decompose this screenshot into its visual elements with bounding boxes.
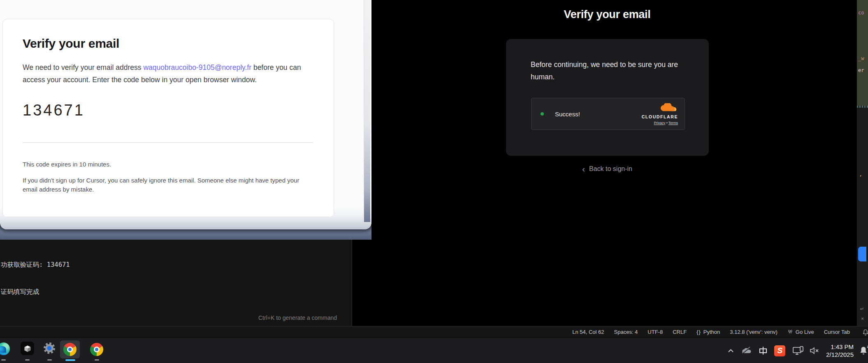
cloudflare-wordmark: CLOUDFLARE xyxy=(642,114,678,119)
volume-muted-icon[interactable] xyxy=(809,347,820,355)
terminal-panel[interactable]: 功获取验证码: 134671 证码填写完成 在处理 Turnstile 验证..… xyxy=(0,240,352,326)
status-bar: Ln 54, Col 62 Spaces: 4 UTF-8 CRLF {}Pyt… xyxy=(0,326,868,338)
legal-separator: • xyxy=(666,121,668,125)
code-selection-fragment xyxy=(857,0,868,106)
taskbar-clock[interactable]: 1:43 PM 2/12/2025 xyxy=(826,343,854,358)
braces-icon: {} xyxy=(696,329,701,335)
terminal-hint: Ctrl+K to generate a command xyxy=(258,314,337,321)
language-mode-indicator[interactable]: {}Python xyxy=(696,329,720,335)
encoding-indicator[interactable]: UTF-8 xyxy=(648,329,663,335)
go-live-label: Go Live xyxy=(796,329,814,335)
eol-indicator[interactable]: CRLF xyxy=(673,329,687,335)
editor-window-sliver: co _w er , ↵ × xyxy=(857,0,868,326)
broadcast-icon xyxy=(787,328,793,335)
window-scrollbar[interactable] xyxy=(364,0,370,222)
code-text-fragment: co xyxy=(858,10,864,16)
running-indicator xyxy=(95,359,99,361)
email-body: We need to verify your email address waq… xyxy=(23,61,313,86)
terminal-output-line: 功获取验证码: 134671 xyxy=(1,260,86,269)
running-indicator xyxy=(47,359,52,361)
cursor-tab-indicator[interactable]: Cursor Tab xyxy=(824,329,850,335)
squiggle-underline xyxy=(857,106,868,108)
chrome-active-app[interactable] xyxy=(60,340,80,358)
chrome-icon xyxy=(63,343,77,356)
system-tray: 中 S xyxy=(728,338,868,363)
cursor-position-indicator[interactable]: Ln 54, Col 62 xyxy=(572,329,604,335)
python-interpreter-indicator[interactable]: 3.12.8 ('venv': venv) xyxy=(730,329,777,335)
running-indicator xyxy=(1,359,6,361)
human-check-card: Before continuing, we need to be sure yo… xyxy=(506,39,709,156)
page-title: Verify your email xyxy=(504,8,710,21)
terminal-output-line: 证码填写完成 xyxy=(1,287,86,296)
language-label: Python xyxy=(703,329,720,335)
notification-dnd-bell-icon[interactable]: z xyxy=(857,345,868,356)
running-indicator xyxy=(25,359,30,361)
human-check-text: Before continuing, we need to be sure yo… xyxy=(531,58,687,83)
code-expiry-note: This code expires in 10 minutes. xyxy=(23,161,314,168)
email-window: Verify your email We need to verify your… xyxy=(0,0,371,229)
onedrive-offline-icon[interactable] xyxy=(741,347,752,355)
email-disclaimer: If you didn't sign up for Cursor, you ca… xyxy=(23,176,307,194)
go-live-button[interactable]: Go Live xyxy=(787,328,814,335)
notifications-bell-icon[interactable] xyxy=(862,328,868,337)
email-card: Verify your email We need to verify your… xyxy=(2,19,334,217)
edge-browser-icon[interactable] xyxy=(0,342,10,355)
chrome-icon xyxy=(90,343,103,356)
chrome-second-app[interactable] xyxy=(88,340,106,358)
email-title: Verify your email xyxy=(23,37,314,51)
code-text-fragment: , xyxy=(859,171,862,177)
cast-display-icon[interactable] xyxy=(792,346,804,356)
code-text-fragment: er xyxy=(858,67,864,73)
indentation-indicator[interactable]: Spaces: 4 xyxy=(614,329,638,335)
email-address-link[interactable]: waquobraucoibo-9105@noreply.fr xyxy=(143,63,251,72)
verification-code: 134671 xyxy=(23,102,314,119)
email-body-before: We need to verify your email address xyxy=(23,63,143,72)
cloudflare-logo-icon xyxy=(659,103,678,114)
button-fragment[interactable] xyxy=(858,247,866,261)
clock-time: 1:43 PM xyxy=(826,343,854,351)
terminal-output-line xyxy=(1,314,86,324)
success-dot-icon xyxy=(541,112,544,116)
turnstile-status: Success! xyxy=(555,111,580,118)
ime-language-icon[interactable]: 中 xyxy=(758,346,768,356)
tray-overflow-chevron-icon[interactable] xyxy=(728,349,734,353)
cube-icon xyxy=(23,344,32,353)
divider xyxy=(23,142,313,143)
desktop: Verify your email We need to verify your… xyxy=(0,0,868,363)
cursor-app-icon[interactable] xyxy=(21,342,34,355)
turnstile-widget: Success! CLOUDFLARE Privacy • Terms xyxy=(531,98,685,130)
privacy-link[interactable]: Privacy xyxy=(654,121,665,125)
taskbar: 中 S xyxy=(0,338,868,363)
code-text-fragment: _w xyxy=(858,55,864,61)
chevron-left-icon: ‹ xyxy=(582,166,585,172)
terms-link[interactable]: Terms xyxy=(668,121,678,125)
active-running-indicator xyxy=(65,359,75,361)
back-link-label: Back to sign-in xyxy=(589,165,632,173)
turnstile-legal-links: Privacy • Terms xyxy=(654,121,678,125)
close-icon[interactable]: × xyxy=(861,316,864,321)
clock-date: 2/12/2025 xyxy=(826,351,854,358)
back-to-sign-in-link[interactable]: ‹ Back to sign-in xyxy=(504,165,710,173)
cloudflare-branding: CLOUDFLARE Privacy • Terms xyxy=(642,103,678,125)
return-key-icon: ↵ xyxy=(860,305,863,311)
browser-verify-page: Verify your email Before continuing, we … xyxy=(371,0,857,326)
sogou-input-icon[interactable]: S xyxy=(774,345,785,356)
settings-gear-icon[interactable] xyxy=(42,341,56,355)
